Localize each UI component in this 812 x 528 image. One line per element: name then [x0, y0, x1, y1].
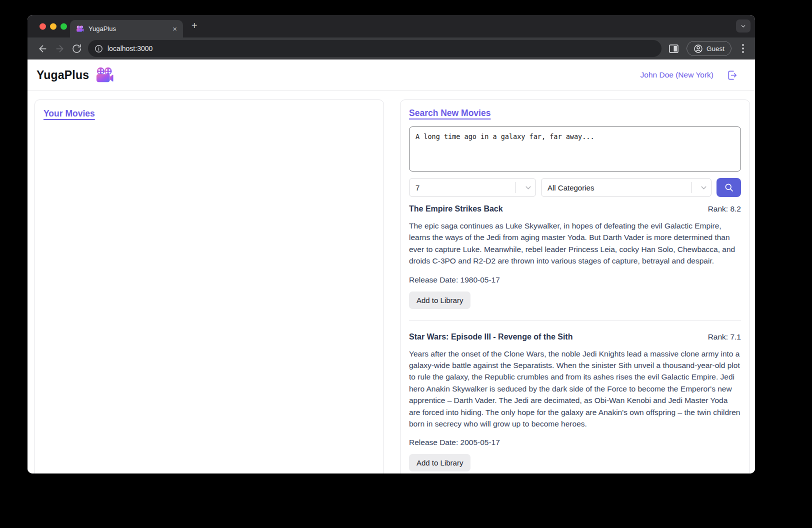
- close-window-button[interactable]: [40, 23, 46, 30]
- forward-icon[interactable]: [51, 40, 68, 57]
- url-text[interactable]: localhost:3000: [108, 44, 152, 52]
- main-content: Your Movies Search New Movies A long tim…: [28, 91, 755, 474]
- movie-release-date: Release Date: 1980-05-17: [409, 276, 741, 284]
- movie-title: The Empire Strikes Back: [409, 204, 503, 214]
- user-profile-link[interactable]: John Doe (New York): [640, 70, 714, 80]
- tab-search-chevron-icon[interactable]: [736, 20, 750, 32]
- browser-toolbar: localhost:3000 Guest: [28, 38, 755, 60]
- result-divider: [409, 320, 741, 320]
- tab-close-icon[interactable]: ×: [172, 25, 177, 32]
- profile-button[interactable]: Guest: [686, 41, 732, 56]
- address-bar[interactable]: localhost:3000: [88, 40, 662, 57]
- chevron-down-icon: [520, 184, 536, 192]
- menu-dots-icon[interactable]: [738, 40, 748, 57]
- movie-overview: Years after the onset of the Clone Wars,…: [409, 348, 741, 430]
- browser-tab[interactable]: YugaPlus ×: [70, 20, 183, 38]
- logout-icon[interactable]: [726, 70, 738, 81]
- movie-release-date: Release Date: 2005-05-17: [409, 438, 741, 447]
- movie-rank: Rank: 8.2: [708, 204, 741, 214]
- result-limit-select[interactable]: 7: [409, 178, 536, 197]
- movie-result: Star Wars: Episode III - Revenge of the …: [409, 332, 741, 472]
- result-limit-value: 7: [410, 184, 516, 192]
- new-tab-icon[interactable]: +: [192, 20, 198, 32]
- category-select[interactable]: All Categories: [541, 178, 712, 197]
- movie-result: The Empire Strikes Back Rank: 8.2 The ep…: [409, 204, 741, 309]
- browser-titlebar: YugaPlus × +: [28, 15, 755, 38]
- movie-rank: Rank: 7.1: [708, 332, 741, 342]
- add-to-library-button[interactable]: Add to Library: [409, 454, 470, 472]
- back-icon[interactable]: [34, 40, 51, 57]
- search-prompt-input[interactable]: A long time ago in a galaxy far, far awa…: [409, 126, 741, 172]
- tab-title: YugaPlus: [88, 25, 168, 32]
- search-icon: [724, 182, 734, 192]
- minimize-window-button[interactable]: [50, 23, 56, 30]
- select-divider: [691, 182, 692, 193]
- reload-icon[interactable]: [68, 40, 85, 57]
- guest-label: Guest: [706, 45, 724, 52]
- movie-overview: The epic saga continues as Luke Skywalke…: [409, 220, 741, 267]
- search-button[interactable]: [716, 178, 741, 197]
- select-divider: [516, 182, 516, 193]
- browser-window: YugaPlus × + localhost:3000 Guest: [28, 15, 755, 474]
- search-panel: Search New Movies A long time ago in a g…: [400, 100, 750, 474]
- your-movies-title: Your Movies: [44, 108, 95, 119]
- app-header: YugaPlus John Doe (New York): [28, 60, 755, 91]
- yugaplus-page: YugaPlus John Doe (New York) Your Movies…: [28, 60, 755, 474]
- tab-favicon-movie-camera-icon: [76, 25, 84, 33]
- traffic-lights: [40, 23, 67, 30]
- site-info-icon[interactable]: [94, 44, 103, 53]
- chevron-down-icon: [696, 184, 711, 192]
- movie-title: Star Wars: Episode III - Revenge of the …: [409, 332, 572, 342]
- guest-avatar-icon: [694, 44, 703, 54]
- movie-camera-icon: [95, 66, 114, 84]
- maximize-window-button[interactable]: [60, 23, 67, 30]
- side-panel-icon[interactable]: [668, 40, 680, 57]
- search-title: Search New Movies: [409, 108, 490, 118]
- app-title: YugaPlus: [36, 68, 89, 82]
- search-controls: 7 All Categories: [409, 178, 741, 197]
- your-movies-panel: Your Movies: [34, 100, 384, 474]
- category-value: All Categories: [542, 184, 691, 192]
- add-to-library-button[interactable]: Add to Library: [409, 292, 470, 309]
